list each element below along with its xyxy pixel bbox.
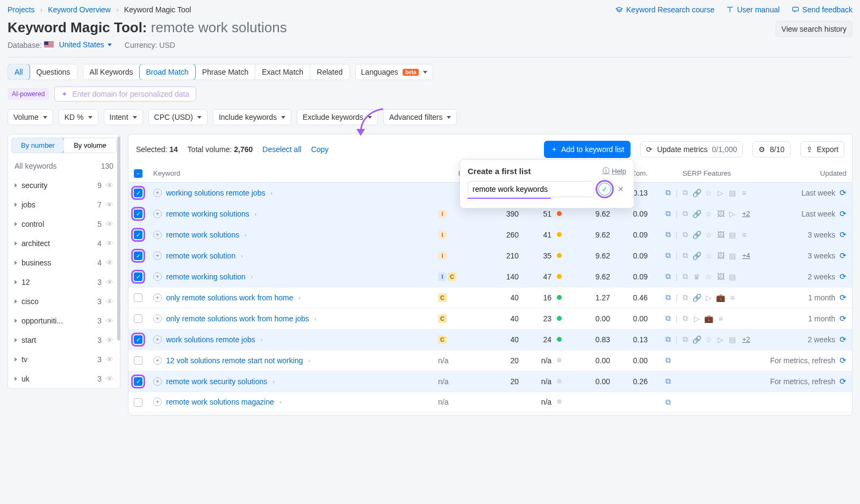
select-all-checkbox[interactable]: − (134, 169, 142, 178)
row-checkbox[interactable]: ✓ (134, 231, 142, 239)
keyword-link[interactable]: remote working solution (166, 272, 246, 281)
link-feedback[interactable]: Send feedback (792, 5, 852, 14)
row-checkbox[interactable]: ✓ (134, 251, 142, 260)
domain-input[interactable]: ✦ Enter domain for personalized data (54, 87, 196, 102)
sidebar-tab-by-volume[interactable]: By volume (64, 138, 116, 153)
sidebar-item-tv[interactable]: tv3👁 (8, 350, 120, 369)
add-kw-icon[interactable]: + (153, 335, 162, 344)
refresh-row-icon[interactable]: ⟳ (840, 335, 847, 344)
add-kw-icon[interactable]: + (153, 377, 162, 386)
add-to-keyword-list-button[interactable]: ＋Add to keyword list (544, 141, 631, 158)
sidebar-scrollbar[interactable] (117, 136, 120, 341)
update-metrics-button[interactable]: ⟳ Update metrics 0/1,000 (640, 141, 743, 157)
help-link[interactable]: ⓘHelp (603, 166, 626, 176)
keyword-link[interactable]: work solutions remote jobs (166, 335, 255, 344)
tab-all-keywords[interactable]: All Keywords (83, 64, 140, 80)
row-checkbox[interactable] (134, 356, 142, 365)
cancel-list-button[interactable]: ✕ (615, 184, 626, 195)
copy-link[interactable]: Copy (311, 145, 329, 154)
add-kw-icon[interactable]: + (153, 189, 162, 197)
keyword-link[interactable]: 12 volt solutions remote start not worki… (166, 356, 303, 365)
filter-kd-[interactable]: KD % (59, 109, 98, 125)
view-history-button[interactable]: View search history (776, 21, 852, 37)
keyword-link[interactable]: only remote solutions work from home job… (166, 314, 309, 323)
filter-exclude-keywords[interactable]: Exclude keywords (297, 109, 378, 125)
sidebar-item-architect[interactable]: architect4👁 (8, 234, 120, 253)
sidebar-item-jobs[interactable]: jobs7👁 (8, 195, 120, 214)
deselect-all-link[interactable]: Deselect all (262, 145, 301, 154)
th-keyword[interactable]: Keyword (148, 164, 433, 182)
filter-include-keywords[interactable]: Include keywords (213, 109, 291, 125)
add-kw-icon[interactable]: + (153, 251, 162, 260)
add-kw-icon[interactable]: + (153, 272, 162, 281)
serp-open-icon[interactable]: ⧉ (664, 231, 672, 239)
refresh-row-icon[interactable]: ⟳ (840, 293, 847, 302)
refresh-row-icon[interactable]: ⟳ (840, 209, 847, 218)
serp-open-icon[interactable]: ⧉ (664, 210, 672, 218)
add-kw-icon[interactable]: + (153, 356, 162, 365)
filter-volume[interactable]: Volume (8, 109, 53, 125)
tab-phrase-match[interactable]: Phrase Match (195, 64, 255, 80)
keyword-link[interactable]: only remote solutions work from home (166, 293, 293, 302)
filter-advanced-filters[interactable]: Advanced filters (383, 109, 457, 125)
row-checkbox[interactable] (134, 314, 142, 323)
keyword-link[interactable]: remote working solutions (166, 210, 249, 218)
link-manual[interactable]: User manual (726, 5, 779, 14)
refresh-row-icon[interactable]: ⟳ (840, 356, 847, 365)
sidebar-tab-by-number[interactable]: By number (11, 138, 64, 153)
refresh-row-icon[interactable]: ⟳ (840, 251, 847, 260)
keyword-link[interactable]: remote work security solutions (166, 377, 267, 386)
row-checkbox[interactable]: ✓ (134, 210, 142, 218)
row-checkbox[interactable]: ✓ (134, 335, 142, 344)
sidebar-item-opportuniti[interactable]: opportuniti...3👁 (8, 311, 120, 330)
more-serp[interactable]: +2 (742, 335, 750, 343)
crumb-overview[interactable]: Keyword Overview (48, 5, 111, 14)
sidebar-item-business[interactable]: business4👁 (8, 253, 120, 272)
filter-cpc-usd-[interactable]: CPC (USD) (148, 109, 207, 125)
add-kw-icon[interactable]: + (153, 210, 162, 218)
serp-open-icon[interactable]: ⧉ (664, 251, 672, 260)
add-kw-icon[interactable]: + (153, 231, 162, 239)
sidebar-item-cisco[interactable]: cisco3👁 (8, 292, 120, 311)
th-updated[interactable]: Updated (761, 164, 852, 182)
tab-broad-match[interactable]: Broad Match (139, 64, 196, 80)
refresh-row-icon[interactable]: ⟳ (840, 272, 847, 281)
tab-related[interactable]: Related (310, 64, 349, 80)
th-serp[interactable]: SERP Features (653, 164, 761, 182)
serp-open-icon[interactable]: ⧉ (664, 189, 672, 197)
add-kw-icon[interactable]: + (153, 398, 162, 406)
more-serp[interactable]: +2 (742, 210, 750, 218)
more-serp[interactable]: +4 (742, 251, 750, 260)
db-selector[interactable]: United States (44, 40, 112, 49)
add-kw-icon[interactable]: + (153, 293, 162, 302)
filter-intent[interactable]: Intent (104, 109, 143, 125)
serp-open-icon[interactable]: ⧉ (664, 398, 672, 406)
add-kw-icon[interactable]: + (153, 314, 162, 323)
crumb-projects[interactable]: Projects (8, 5, 35, 14)
row-checkbox[interactable] (134, 293, 142, 302)
refresh-row-icon[interactable]: ⟳ (840, 314, 847, 323)
keyword-link[interactable]: working solutions remote jobs (166, 189, 265, 197)
refresh-row-icon[interactable]: ⟳ (840, 188, 847, 197)
row-checkbox[interactable]: ✓ (134, 272, 142, 281)
serp-open-icon[interactable]: ⧉ (664, 356, 672, 365)
sidebar-item-12[interactable]: 123👁 (8, 272, 120, 292)
link-course[interactable]: Keyword Research course (615, 5, 714, 14)
serp-open-icon[interactable]: ⧉ (664, 335, 672, 344)
row-checkbox[interactable]: ✓ (134, 189, 142, 197)
tab-exact-match[interactable]: Exact Match (255, 64, 310, 80)
refresh-row-icon[interactable]: ⟳ (840, 377, 847, 386)
columns-button[interactable]: ⚙ 8/10 (752, 141, 790, 157)
sidebar-item-security[interactable]: security9👁 (8, 176, 120, 195)
confirm-list-button[interactable]: ✓ (598, 183, 611, 196)
tab-all[interactable]: All (8, 64, 30, 80)
row-checkbox[interactable]: ✓ (134, 377, 142, 386)
tab-questions[interactable]: Questions (30, 64, 77, 80)
serp-open-icon[interactable]: ⧉ (664, 377, 672, 386)
row-checkbox[interactable] (134, 398, 142, 407)
sidebar-item-uk[interactable]: uk3👁 (8, 369, 120, 388)
export-button[interactable]: ⇪ Export (800, 141, 844, 157)
refresh-row-icon[interactable]: ⟳ (840, 230, 847, 239)
serp-open-icon[interactable]: ⧉ (664, 293, 672, 302)
serp-open-icon[interactable]: ⧉ (664, 272, 672, 281)
